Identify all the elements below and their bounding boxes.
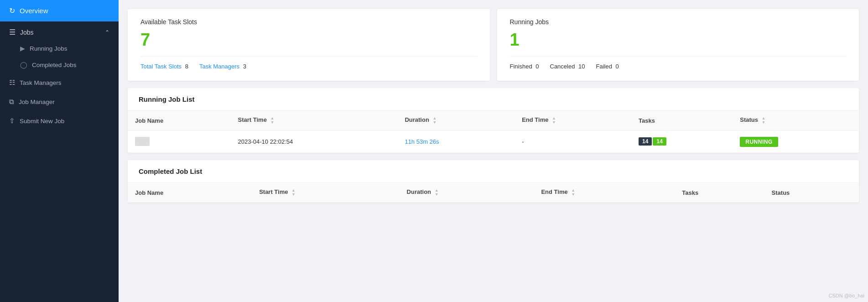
running-job-list-table: Job Name Start Time ▲▼ Duration ▲▼ End T… [128,111,859,153]
completed-job-list-table: Job Name Start Time ▲▼ Duration ▲▼ End T… [128,183,859,203]
running-jobs-stats: Finished 0 Canceled 10 Failed 0 [510,63,847,70]
col-cjl-status[interactable]: Status [764,183,859,203]
running-jobs-card-title: Running Jobs [510,18,847,26]
task-managers-stat-value: 3 [243,63,246,70]
td-start-time: 2023-04-10 22:02:54 [231,130,398,153]
circle-play-icon: ▶ [20,45,25,52]
col-cjl-job-name[interactable]: Job Name [128,183,252,203]
sort-cjl-duration-icon: ▲▼ [435,188,439,197]
finished-value: 0 [535,63,539,70]
canceled-value: 10 [578,63,585,70]
table-row: 2023-04-10 22:02:54 11h 53m 26s - 14 14 [128,130,859,153]
sidebar-item-submit-new-job[interactable]: ⇧ Submit New Job [0,111,119,130]
sidebar-item-job-manager[interactable]: ⧉ Job Manager [0,92,119,111]
dashboard-icon: ⧉ [9,98,14,106]
total-task-slots-label: Total Task Slots [140,63,182,70]
td-duration: 11h 53m 26s [397,130,515,153]
completed-job-list-table-wrap: Job Name Start Time ▲▼ Duration ▲▼ End T… [128,183,859,203]
sort-start-time-icon: ▲▼ [270,116,275,125]
sidebar: ↻ Overview ☰ Jobs ⌃ ▶ Running Jobs ◯ Com… [0,0,119,302]
available-task-slots-title: Available Task Slots [140,18,477,26]
td-end-time: - [515,130,631,153]
running-job-list-panel: Running Job List Job Name Start Time ▲▼ … [128,88,859,153]
running-job-list-table-wrap: Job Name Start Time ▲▼ Duration ▲▼ End T… [128,111,859,153]
col-start-time[interactable]: Start Time ▲▼ [231,111,398,130]
col-duration[interactable]: Duration ▲▼ [397,111,515,130]
sidebar-overview-label: Overview [20,7,48,15]
failed-label: Failed [596,63,612,70]
sidebar-jobs-section[interactable]: ☰ Jobs ⌃ [0,21,119,40]
td-job-name [128,130,231,153]
running-jobs-card: Running Jobs 1 Finished 0 Canceled 10 Fa… [497,9,859,81]
submit-new-job-label: Submit New Job [20,118,64,125]
col-job-name[interactable]: Job Name [128,111,231,130]
upload-icon: ⇧ [9,117,15,125]
menu-icon: ☰ [9,28,16,36]
cards-row: Available Task Slots 7 Total Task Slots … [128,9,859,81]
tasks-badge-b: 14 [653,137,666,146]
running-job-list-header: Running Job List [128,88,859,111]
completed-job-list-header: Completed Job List [128,160,859,183]
sidebar-item-running-jobs[interactable]: ▶ Running Jobs [0,40,119,57]
finished-label: Finished [510,63,532,70]
available-task-slots-number: 7 [140,30,477,50]
sidebar-item-task-managers[interactable]: ☷ Task Managers [0,73,119,92]
chevron-up-icon: ⌃ [105,29,109,36]
sort-cjl-start-time-icon: ▲▼ [291,188,296,197]
sidebar-item-completed-jobs[interactable]: ◯ Completed Jobs [0,57,119,73]
available-task-slots-stats: Total Task Slots 8 Task Managers 3 [140,63,477,70]
circle-check-icon: ◯ [20,61,27,68]
td-status: RUNNING [733,130,859,153]
available-task-slots-card: Available Task Slots 7 Total Task Slots … [128,9,490,81]
col-end-time[interactable]: End Time ▲▼ [515,111,631,130]
sort-end-time-icon: ▲▼ [552,116,556,125]
main-content: Available Task Slots 7 Total Task Slots … [119,0,868,302]
running-jobs-label: Running Jobs [30,45,68,52]
job-manager-label: Job Manager [19,99,55,105]
total-task-slots-value: 8 [185,63,188,70]
td-tasks: 14 14 [631,130,733,153]
sort-duration-icon: ▲▼ [432,116,437,125]
sort-cjl-end-time-icon: ▲▼ [571,188,575,197]
running-jobs-number: 1 [510,30,847,50]
task-managers-label: Task Managers [20,79,62,86]
col-cjl-end-time[interactable]: End Time ▲▼ [534,183,675,203]
sync-icon: ↻ [9,6,15,15]
grid-icon: ☷ [9,78,15,87]
col-cjl-tasks[interactable]: Tasks [675,183,764,203]
failed-value: 0 [616,63,619,70]
sort-status-icon: ▲▼ [762,116,766,125]
job-thumbnail [135,137,150,146]
sidebar-item-overview[interactable]: ↻ Overview [0,0,119,21]
status-badge: RUNNING [740,137,778,147]
sidebar-jobs-label: Jobs [20,29,34,36]
canceled-label: Canceled [550,63,575,70]
col-cjl-start-time[interactable]: Start Time ▲▼ [252,183,399,203]
completed-jobs-table-header-row: Job Name Start Time ▲▼ Duration ▲▼ End T… [128,183,859,203]
completed-jobs-label: Completed Jobs [32,62,77,68]
completed-job-list-panel: Completed Job List Job Name Start Time ▲… [128,160,859,203]
task-managers-stat-label: Task Managers [199,63,239,70]
tasks-badge-a: 14 [639,137,652,146]
running-jobs-table-header-row: Job Name Start Time ▲▼ Duration ▲▼ End T… [128,111,859,130]
watermark: CSDN @bo_hai [829,293,864,298]
col-cjl-duration[interactable]: Duration ▲▼ [400,183,534,203]
col-status[interactable]: Status ▲▼ [733,111,859,130]
col-tasks[interactable]: Tasks [631,111,733,130]
